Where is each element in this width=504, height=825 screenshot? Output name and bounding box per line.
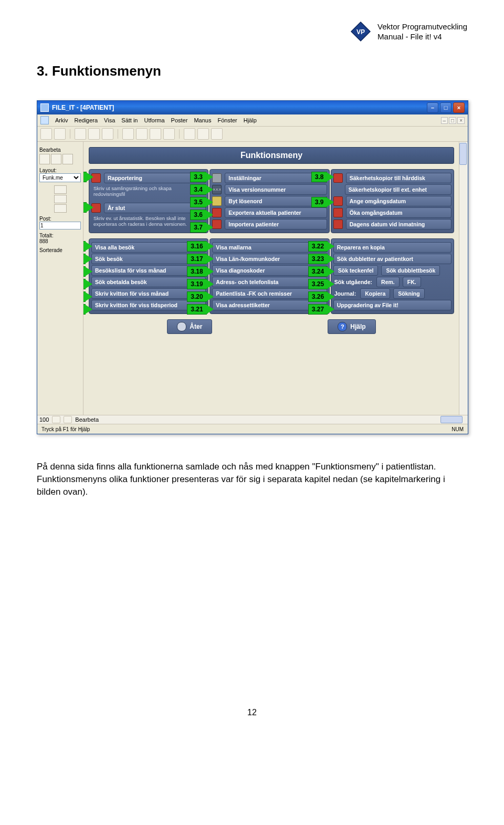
mid-col-3: 3.22 Reparera en kopia 3.23 Sök dubblett… [331, 238, 454, 314]
page-header: VP Vektor Programutveckling Manual - Fil… [37, 21, 467, 42]
sok-dubbletter-patient-button[interactable]: Sök dubbletter av patientkort [333, 254, 452, 264]
menu-arkiv[interactable]: Arkiv [55, 117, 68, 123]
mode-label: Bearbeta [75, 416, 99, 423]
vertical-scrollbar[interactable] [459, 142, 468, 415]
menu-visa[interactable]: Visa [104, 117, 115, 123]
left-tool-button[interactable] [39, 154, 50, 164]
kopiera-button[interactable]: Kopiera [360, 288, 390, 299]
arslut-desc: Skriv ev. ut årsstatistik. Besöken skall… [91, 214, 206, 228]
journal-label: Journal: [333, 290, 357, 297]
visa-mallarna-button[interactable]: Visa mallarna [212, 242, 327, 253]
importera-button[interactable]: Importera patienter [225, 219, 327, 229]
rapportering-desc: Skriv ut samlingsräkning och skapa redov… [91, 184, 206, 199]
post-input[interactable] [39, 222, 81, 229]
sok-besok-button[interactable]: Sök besök [91, 254, 206, 264]
toolbar-button[interactable] [211, 128, 223, 140]
bottom-button-row: Åter ? Hjälp [89, 319, 454, 334]
adress-telefon-button[interactable]: Adress- och telefonlista [212, 277, 327, 287]
besokslista-manad-button[interactable]: Besökslista för viss månad [91, 265, 206, 276]
byt-losenord-button[interactable]: Byt lösenord [225, 196, 327, 206]
calendar-icon [333, 196, 343, 206]
top-col-1: 3.1 Rapportering Skriv ut samlingsräknin… [89, 169, 208, 233]
toolbar-button[interactable] [40, 128, 52, 140]
hjalp-button[interactable]: ? Hjälp [328, 319, 375, 334]
skriv-kvitton-manad-button[interactable]: Skriv kvitton för viss månad [91, 288, 206, 299]
bottombar-button[interactable] [64, 416, 72, 423]
menu-utforma[interactable]: Utforma [144, 117, 164, 123]
sakerhetskopior-hd-button[interactable]: Säkerhetskopior till hårddisk [346, 173, 452, 183]
nav-up-button[interactable] [54, 185, 67, 194]
skriv-kvitton-period-button[interactable]: Skriv kvitton för viss tidsperiod [91, 300, 206, 310]
left-tool-button[interactable] [51, 154, 61, 164]
zoom-value: 100 [39, 416, 49, 423]
visa-lan-koder-button[interactable]: Visa Län-/kommunkoder [212, 254, 327, 264]
sakerhetskopior-ext-button[interactable]: Säkerhetskopior till ext. enhet [345, 184, 452, 195]
today-icon [333, 220, 343, 229]
top-block: 3.1 Rapportering Skriv ut samlingsräknin… [89, 169, 454, 233]
app-icon [40, 103, 49, 112]
window-title: FILE_IT - [4PATIENT] [52, 104, 114, 111]
visa-adressetiketter-button[interactable]: Visa adressettiketter [212, 300, 327, 310]
horizontal-scrollbar[interactable] [440, 416, 463, 423]
sokning-button[interactable]: Sökning [393, 288, 424, 299]
body-paragraph: På denna sida finns alla funktionerna sa… [37, 461, 467, 498]
toolbar-button[interactable] [197, 128, 209, 140]
patientlista-fk-button[interactable]: Patientlista -FK och remisser [212, 288, 327, 299]
menu-poster[interactable]: Poster [171, 117, 188, 123]
dagens-datum-button[interactable]: Dagens datum vid inmatning [346, 219, 452, 229]
ater-button[interactable]: Åter [167, 319, 212, 334]
layout-select[interactable]: Funk.me [39, 173, 81, 182]
minimize-button[interactable]: – [427, 102, 438, 113]
toolbar [37, 127, 468, 142]
callout-3-1: 3.1 [83, 172, 87, 182]
toolbar-button[interactable] [163, 128, 175, 140]
callout-3-2: 3.2 [83, 202, 87, 213]
visa-version-button[interactable]: Visa versionsnummer [225, 184, 327, 195]
toolbar-button[interactable] [122, 128, 134, 140]
left-totalt-value: 888 [39, 238, 81, 244]
toolbar-button[interactable] [136, 128, 148, 140]
toolbar-button[interactable] [88, 128, 100, 140]
visa-diagnoskoder-button[interactable]: Visa diagnoskoder [212, 265, 327, 276]
toolbar-button[interactable] [102, 128, 113, 140]
sok-teckenfel-button[interactable]: Sök teckenfel [333, 265, 379, 276]
rem-button[interactable]: Rem. [376, 277, 400, 287]
menu-fonster[interactable]: Fönster [217, 117, 237, 123]
top-col-3: 3.8 Säkerhetskopior till hårddisk Säkerh… [331, 169, 454, 233]
header-company: Vektor Programutveckling [377, 22, 467, 32]
uppgradering-button[interactable]: Uppgradering av File it! [333, 300, 452, 310]
gear-icon [212, 173, 222, 183]
child-window-buttons[interactable]: –□× [441, 117, 465, 124]
installningar-button[interactable]: Inställningar [225, 173, 327, 183]
oka-omgangsdatum-button[interactable]: Öka omgångsdatum [346, 207, 452, 218]
toolbar-button[interactable] [150, 128, 161, 140]
toolbar-button[interactable] [75, 128, 86, 140]
rapportering-button[interactable]: Rapportering [104, 173, 206, 183]
back-arrow-icon [177, 322, 186, 331]
sok-dubblettbesok-button[interactable]: Sök dubblettbesök [381, 265, 440, 276]
toolbar-button[interactable] [184, 128, 195, 140]
callout-3-15: 3.15 [83, 304, 86, 315]
bottombar-button[interactable] [52, 416, 60, 423]
callout-3-11: 3.11 [83, 254, 86, 264]
nav-center-button[interactable] [54, 195, 67, 203]
menu-redigera[interactable]: Redigera [74, 117, 98, 123]
close-button[interactable]: × [453, 102, 465, 113]
fk-button[interactable]: FK. [403, 277, 421, 287]
status-help-hint: Tryck på F1 för Hjälp [41, 426, 90, 432]
maximize-button[interactable]: □ [440, 102, 452, 113]
nav-down-button[interactable] [54, 204, 67, 213]
visa-alla-besok-button[interactable]: Visa alla besök [91, 242, 206, 253]
arslut-button[interactable]: År slut [104, 203, 206, 213]
toolbar-button[interactable] [54, 128, 66, 140]
menu-hjalp[interactable]: Hjälp [244, 117, 257, 123]
callout-3-10: 3.10 [83, 241, 86, 252]
sok-obetalda-button[interactable]: Sök obetalda besök [91, 277, 206, 287]
menu-manus[interactable]: Manus [194, 117, 211, 123]
left-tool-button[interactable] [62, 154, 73, 164]
ange-omgangsdatum-button[interactable]: Ange omgångsdatum [346, 196, 452, 206]
exportera-button[interactable]: Exportera aktuella patienter [225, 207, 327, 218]
main-panel: Funktionsmeny 3.1 Rapportering Skriv ut … [83, 142, 468, 415]
menu-satt-in[interactable]: Sätt in [121, 117, 138, 123]
reparera-kopia-button[interactable]: Reparera en kopia [333, 242, 452, 253]
